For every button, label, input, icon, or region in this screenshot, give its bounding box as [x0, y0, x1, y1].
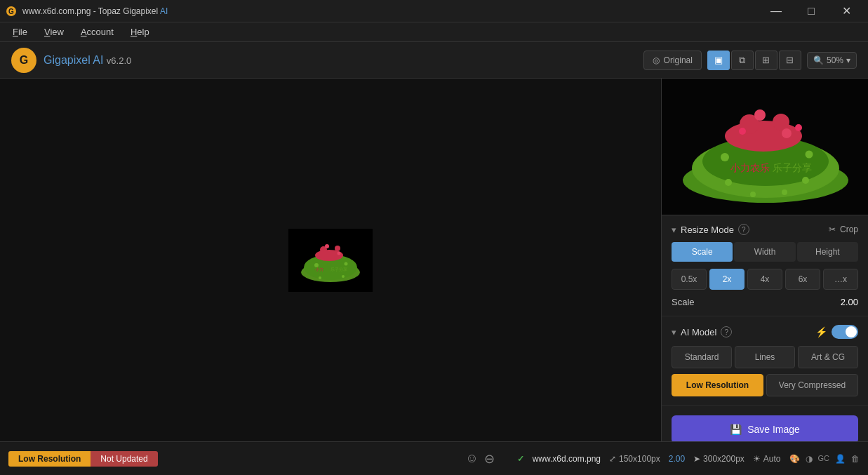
main-area: 小力 乐子分享 [0, 79, 868, 441]
window-title: www.x6d.com.png - Topaz Gigapixel AI [22, 6, 168, 16]
svg-text:G: G [8, 8, 14, 15]
neutral-emoji-icon[interactable]: ⊖ [484, 451, 495, 467]
compare-view-icon: ⊞ [762, 55, 770, 65]
app-icon: G [6, 6, 17, 17]
scale-2x-button[interactable]: 2x [709, 269, 745, 290]
resize-mode-title: ▾ Resize Mode ? [672, 224, 749, 235]
save-image-button[interactable]: 💾 Save Image [672, 415, 858, 441]
titlebar: G www.x6d.com.png - Topaz Gigapixel AI —… [0, 0, 868, 22]
tab-scale[interactable]: Scale [672, 242, 733, 262]
svg-point-12 [319, 276, 321, 279]
app-logo: G Gigapixel AI v6.2.0 [11, 48, 131, 73]
tab-width[interactable]: Width [734, 242, 795, 262]
svg-point-22 [773, 114, 789, 131]
ai-model-section: ▾ AI Model ? ⚡ Standard Lines Art & CG [662, 316, 868, 406]
scale-0.5x-button[interactable]: 0.5x [672, 269, 707, 290]
svg-point-7 [335, 246, 340, 251]
split-view-button[interactable]: ⧉ [731, 51, 754, 70]
titlebar-left: G www.x6d.com.png - Topaz Gigapixel AI [6, 6, 168, 17]
svg-text:乐子分享: 乐子分享 [330, 267, 347, 272]
file-mode: ☀ Auto [753, 454, 781, 464]
output-arrow-icon: ➤ [693, 454, 700, 464]
zoom-icon: 🔍 [813, 55, 824, 65]
crop-button[interactable]: ✂ Crop [829, 225, 858, 234]
preview-svg: 小力农乐 乐子分享 [662, 79, 868, 215]
scale-4x-button[interactable]: 4x [747, 269, 782, 290]
minimize-button[interactable]: — [760, 0, 792, 22]
resize-chevron-icon: ▾ [672, 225, 676, 235]
zoom-control[interactable]: 🔍 50% ▾ [807, 52, 857, 69]
quad-view-button[interactable]: ⊟ [779, 51, 801, 70]
model-lines-button[interactable]: Lines [735, 346, 795, 368]
menu-help[interactable]: Help [123, 24, 156, 40]
right-panel: 小力农乐 乐子分享 ▾ Resize Mode ? ✂ Crop [661, 79, 868, 441]
model-art-cg-button[interactable]: Art & CG [798, 346, 858, 368]
canvas-area[interactable]: 小力 乐子分享 [0, 79, 661, 441]
header-center: ◎ Original ▣ ⧉ ⊞ ⊟ 🔍 50% ▾ [643, 51, 857, 70]
sun-icon: ☀ [753, 454, 761, 464]
status-file-info: ✓ www.x6d.com.png ⤢ 150x100px 2.00 ➤ 300… [517, 454, 860, 464]
file-scale: 2.00 [669, 454, 685, 464]
logo-circle: G [11, 48, 36, 73]
ai-model-toggle[interactable] [832, 325, 858, 339]
file-name: www.x6d.com.png [533, 454, 601, 464]
status-emoji-group: ☺ ⊖ [465, 451, 494, 467]
original-button[interactable]: ◎ Original [643, 51, 702, 70]
lightning-icon: ⚡ [815, 326, 827, 337]
resize-icon: ⤢ [609, 454, 616, 464]
resize-mode-header: ▾ Resize Mode ? ✂ Crop [672, 224, 858, 235]
svg-point-32 [782, 189, 787, 195]
menubar: File View Account Help [0, 22, 868, 42]
happy-emoji-icon[interactable]: ☺ [465, 451, 478, 467]
scale-6x-button[interactable]: 6x [785, 269, 820, 290]
svg-text:乐子分享: 乐子分享 [773, 163, 812, 173]
menu-account[interactable]: Account [74, 24, 121, 40]
status-tags: Low Resolution Not Updated [8, 451, 158, 467]
svg-point-25 [739, 128, 746, 135]
toggle-knob [846, 326, 857, 337]
save-icon: 💾 [730, 424, 742, 435]
scale-display: Scale 2.00 [672, 297, 858, 307]
svg-point-30 [802, 177, 809, 184]
svg-point-31 [750, 192, 756, 197]
single-view-button[interactable]: ▣ [707, 51, 730, 70]
svg-text:小力: 小力 [315, 267, 323, 272]
maximize-button[interactable]: □ [795, 0, 827, 22]
svg-point-23 [754, 109, 766, 121]
svg-point-8 [325, 244, 329, 248]
window-controls: — □ ✕ [760, 0, 862, 22]
svg-point-5 [315, 250, 343, 261]
person-icon[interactable]: 👤 [835, 454, 846, 464]
quality-very-compressed-button[interactable]: Very Compressed [766, 374, 858, 396]
canvas-image: 小力 乐子分享 [288, 225, 373, 295]
quality-low-resolution-button[interactable]: Low Resolution [672, 374, 763, 396]
status-low-resolution[interactable]: Low Resolution [8, 451, 91, 467]
svg-point-13 [342, 275, 345, 278]
status-not-updated[interactable]: Not Updated [91, 451, 157, 467]
ai-model-help[interactable]: ? [721, 326, 732, 337]
svg-point-29 [725, 179, 732, 186]
gc-label[interactable]: GC [818, 454, 830, 464]
menu-file[interactable]: File [6, 24, 34, 40]
svg-point-26 [795, 124, 802, 131]
resize-mode-help[interactable]: ? [738, 224, 749, 235]
menu-view[interactable]: View [37, 24, 71, 40]
eye-off-icon: ◎ [653, 55, 660, 65]
resize-mode-section: ▾ Resize Mode ? ✂ Crop Scale Width Heigh… [662, 215, 868, 316]
close-button[interactable]: ✕ [830, 0, 862, 22]
tab-height[interactable]: Height [797, 242, 858, 262]
app-header: G Gigapixel AI v6.2.0 ◎ Original ▣ ⧉ ⊞ ⊟… [0, 42, 868, 79]
resize-tab-group: Scale Width Height [672, 242, 858, 262]
scale-custom-button[interactable]: …x [823, 269, 858, 290]
palette-icon[interactable]: 🎨 [789, 454, 800, 464]
brightness-icon[interactable]: ◑ [806, 454, 813, 464]
compare-view-button[interactable]: ⊞ [755, 51, 777, 70]
file-output-dim: ➤ 300x200px [693, 454, 745, 464]
quality-buttons: Low Resolution Very Compressed [672, 374, 858, 396]
model-standard-button[interactable]: Standard [672, 346, 732, 368]
trash-icon[interactable]: 🗑 [851, 454, 860, 464]
file-input-dim: ⤢ 150x100px [609, 454, 660, 464]
model-type-buttons: Standard Lines Art & CG [672, 346, 858, 368]
split-view-icon: ⧉ [739, 55, 745, 66]
view-buttons: ▣ ⧉ ⊞ ⊟ [707, 51, 801, 70]
